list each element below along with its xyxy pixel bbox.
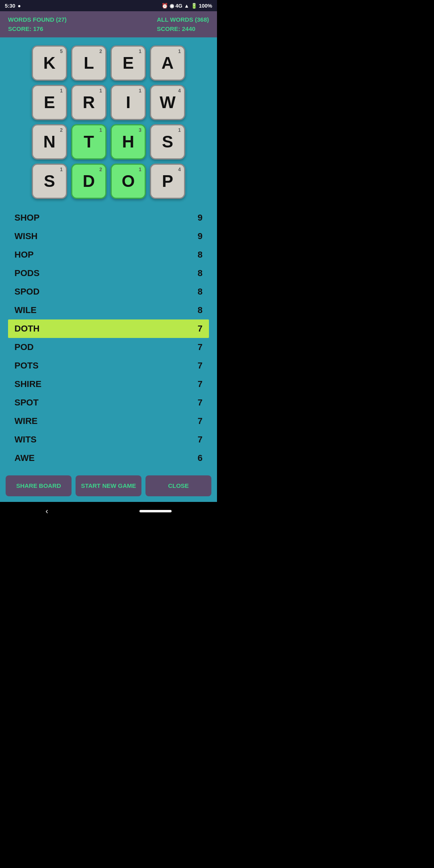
eye-icon: ◉: [170, 3, 174, 9]
word-row-hop: HOP8: [8, 246, 209, 264]
word-score: 7: [198, 360, 203, 371]
header-left: WORDS FOUND (27) SCORE: 176: [8, 15, 67, 33]
alarm-icon: ⏰: [162, 3, 168, 9]
all-words-label: ALL WORDS (368): [157, 15, 209, 25]
signal-icon: ▲: [184, 3, 189, 9]
network-label: 4G: [176, 3, 182, 9]
word-row-pods: PODS8: [8, 264, 209, 283]
word-row-awe: AWE6: [8, 449, 209, 467]
word-text: SPOT: [14, 397, 39, 408]
word-text: SHOP: [14, 213, 39, 223]
word-text: AWE: [14, 453, 35, 463]
tile-A-3[interactable]: 1A: [150, 45, 185, 81]
tile-T-9[interactable]: 1T: [71, 124, 106, 160]
home-pill[interactable]: [139, 510, 172, 512]
word-score: 6: [198, 453, 203, 463]
word-score: 7: [198, 434, 203, 445]
word-score: 9: [198, 213, 203, 223]
word-row-wire: WIRE7: [8, 412, 209, 430]
tile-I-6[interactable]: 1I: [111, 85, 146, 120]
header: WORDS FOUND (27) SCORE: 176 ALL WORDS (3…: [0, 11, 217, 37]
word-score: 8: [198, 305, 203, 315]
words-found-label: WORDS FOUND (27): [8, 15, 67, 25]
word-score: 7: [198, 379, 203, 389]
status-bar: 5:30 ● ⏰ ◉ 4G ▲ 🔋 100%: [0, 0, 217, 11]
tile-L-1[interactable]: 2L: [71, 45, 106, 81]
word-text: WIRE: [14, 416, 37, 426]
word-text: WISH: [14, 231, 37, 242]
word-row-pots: POTS7: [8, 356, 209, 375]
tile-P-15[interactable]: 4P: [150, 164, 185, 199]
tile-E-4[interactable]: 1E: [32, 85, 67, 120]
tile-N-8[interactable]: 2N: [32, 124, 67, 160]
word-score: 9: [198, 231, 203, 242]
word-row-shop: SHOP9: [8, 209, 209, 227]
word-text: POTS: [14, 360, 39, 371]
tile-W-7[interactable]: 4W: [150, 85, 185, 120]
word-row-doth: DOTH7: [8, 319, 209, 338]
word-score: 8: [198, 268, 203, 278]
bottom-buttons: SHARE BOARD START NEW GAME CLOSE: [0, 471, 217, 502]
word-row-wile: WILE8: [8, 301, 209, 319]
share-board-button[interactable]: SHARE BOARD: [6, 475, 72, 496]
score-label: SCORE: 176: [8, 25, 67, 34]
nav-bar: ‹: [0, 502, 217, 520]
word-text: HOP: [14, 250, 34, 260]
battery-percent: 100%: [199, 3, 212, 9]
word-score: 7: [198, 416, 203, 426]
tile-D-13[interactable]: 2D: [71, 164, 106, 199]
tile-R-5[interactable]: 1R: [71, 85, 106, 120]
word-score: 8: [198, 287, 203, 297]
word-score: 7: [198, 397, 203, 408]
word-score: 7: [198, 323, 203, 334]
word-row-shire: SHIRE7: [8, 375, 209, 393]
word-text: SPOD: [14, 287, 39, 297]
word-row-spot: SPOT7: [8, 393, 209, 412]
main-area: 5K2L1E1A1E1R1I4W2N1T3H1S1S2D1O4P SHOP9WI…: [0, 37, 217, 471]
tile-S-11[interactable]: 1S: [150, 124, 185, 160]
tile-H-10[interactable]: 3H: [111, 124, 146, 160]
header-right: ALL WORDS (368) SCORE: 2440: [157, 15, 209, 33]
word-text: POD: [14, 342, 34, 352]
battery-icon: 🔋: [191, 3, 197, 9]
close-button[interactable]: CLOSE: [145, 475, 211, 496]
tile-E-2[interactable]: 1E: [111, 45, 146, 81]
word-score: 8: [198, 250, 203, 260]
word-row-wits: WITS7: [8, 430, 209, 449]
word-text: WILE: [14, 305, 37, 315]
all-score-label: SCORE: 2440: [157, 25, 209, 34]
letter-grid: 5K2L1E1A1E1R1I4W2N1T3H1S1S2D1O4P: [32, 45, 185, 199]
pandora-icon: ●: [18, 3, 21, 9]
word-score: 7: [198, 342, 203, 352]
tile-K-0[interactable]: 5K: [32, 45, 67, 81]
word-row-wish: WISH9: [8, 227, 209, 246]
word-text: PODS: [14, 268, 39, 278]
tile-S-12[interactable]: 1S: [32, 164, 67, 199]
status-time: 5:30: [5, 3, 15, 9]
word-text: SHIRE: [14, 379, 41, 389]
word-text: WITS: [14, 434, 37, 445]
back-icon[interactable]: ‹: [45, 506, 48, 516]
tile-O-14[interactable]: 1O: [111, 164, 146, 199]
word-text: DOTH: [14, 323, 39, 334]
word-list: SHOP9WISH9HOP8PODS8SPOD8WILE8DOTH7POD7PO…: [0, 209, 217, 467]
word-row-pod: POD7: [8, 338, 209, 356]
word-row-spod: SPOD8: [8, 283, 209, 301]
start-new-game-button[interactable]: START NEW GAME: [76, 475, 141, 496]
